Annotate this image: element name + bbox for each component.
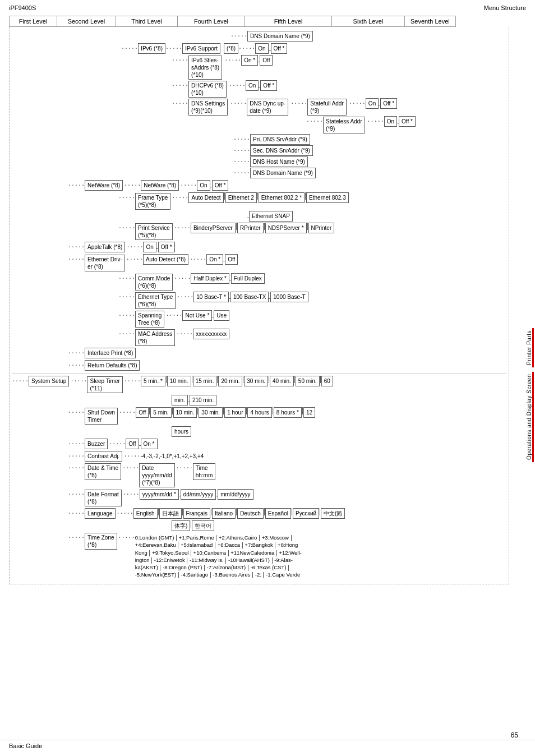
- menu-tree-area: ·····DNS Domain Name (*9) ·····IPv6 (*8)…: [9, 27, 509, 584]
- language-row: ····· Language ····· English 日本語 Françai…: [12, 508, 506, 519]
- date-format: Date Format(*8): [85, 490, 122, 506]
- lang-ru: Русский: [293, 508, 319, 519]
- lang-de: Deutsch: [237, 508, 264, 519]
- dhcpv6-row: ····· DHCPv6 (*8)(*10) ····· On Off *: [121, 80, 506, 98]
- sd-hours: hours: [172, 426, 191, 437]
- page-number: 65: [511, 731, 518, 739]
- eth-1000base: 1000 Base-T: [270, 292, 308, 302]
- mac-value: xxxxxxxxxxx: [193, 329, 229, 339]
- page-footer: Basic Guide: [0, 740, 535, 752]
- frame-snap: Ethernet SNAP: [249, 211, 293, 222]
- col-sixth-level: Sixth Level: [332, 16, 405, 27]
- eth-10base: 10 Base-T *: [193, 292, 229, 302]
- system-setup: System Setup: [29, 376, 69, 386]
- comm-mode-row: ····· Comm.Mode(*6)(*8) ····· Half Duple…: [68, 273, 506, 291]
- dns-domain-bottom: DNS Domain Name (*9): [250, 168, 316, 178]
- dns-settings: DNS Settings(*9)(*10): [188, 99, 228, 116]
- ipv6-on: On: [255, 43, 268, 54]
- dns-domain-name-top: DNS Domain Name (*9): [247, 31, 313, 42]
- df-ymd: yyyy/mm/dd *: [140, 489, 179, 500]
- side-label-operations: Operations and Display Screen: [526, 372, 534, 462]
- ps-rprinter: RPrinter: [237, 223, 264, 233]
- full-duplex: Full Duplex: [231, 273, 265, 284]
- print-service-row: ····· Print Service(*5)(*8) ····· Binder…: [68, 223, 506, 240]
- system-setup-sleep-row: ····· System Setup ····· Sleep Timer(*11…: [12, 376, 506, 393]
- dns-sync-update: DNS Dync up-date (*9): [247, 99, 288, 116]
- lang-ko: 한국어: [192, 520, 214, 531]
- sleep-timer-cont: min. 210 min.: [121, 395, 506, 405]
- ipv6-off: Off *: [271, 43, 288, 54]
- spanning-tree: SpanningTree (*8): [135, 311, 164, 328]
- buzzer-row: ····· Buzzer ····· Off On *: [12, 439, 506, 449]
- sd-1hour: 1 hour: [224, 407, 246, 418]
- sd-10min: 10 min.: [173, 407, 197, 418]
- sleep-40min: 40 min.: [270, 376, 294, 386]
- netware-sub: NetWare (*8): [141, 180, 179, 191]
- appletalk-row: ····· AppleTalk (*8) ····· On Off *: [12, 242, 506, 252]
- df-mdy: mm/dd/yyyy: [218, 489, 253, 500]
- sd-4hours: 4 hours: [247, 407, 271, 418]
- dns-host: DNS Host Name (*9): [250, 156, 308, 167]
- frame-eth8022: Ethernet 802.2 *: [259, 192, 305, 203]
- span-use: Use: [214, 310, 229, 321]
- stateless-off: Off *: [399, 116, 416, 127]
- netware-node: NetWare (*8): [85, 180, 123, 191]
- time-zone-row: ····· Time Zone(*8) ····· 0:London (GMT)…: [12, 533, 506, 579]
- sd-8hours: 8 hours *: [274, 407, 302, 418]
- spanning-tree-row: ····· SpanningTree (*8) ····· Not Use * …: [68, 310, 506, 328]
- shutdown-timer: Shut DownTimer: [85, 408, 118, 425]
- dns-settings-row: ····· DNS Settings(*9)(*10) ····· DNS Dy…: [121, 98, 506, 116]
- ethernet-snap-row: Ethernet SNAP: [186, 211, 506, 222]
- contrast-row: ····· Contrast Adj. ····· -4,-3,-2,-1,0*…: [12, 451, 506, 462]
- side-labels: Printer Parts Operations and Display Scr…: [525, 67, 535, 722]
- at-off: Off *: [158, 242, 175, 252]
- lang-ja: 日本語: [159, 508, 182, 519]
- df-dmy: dd/mm/yyyy: [181, 489, 216, 500]
- auto-detect: Auto Detect (*8): [143, 254, 188, 265]
- stles-off: Off: [260, 55, 273, 66]
- frame-eth2: Ethernet 2: [225, 192, 257, 203]
- ipv6-support-sub: (*8): [224, 43, 238, 54]
- interface-print: Interface Print (*8): [85, 348, 136, 358]
- mac-address-row: ····· MAC Address(*8) ····· xxxxxxxxxxx: [68, 329, 506, 346]
- date-time-row: ····· Date & Time(*8) ····· Dateyyyy/mm/…: [12, 463, 506, 487]
- sleep-30min: 30 min.: [244, 376, 268, 386]
- ps-nprinter: NPrinter: [308, 223, 335, 233]
- mac-address: MAC Address(*8): [135, 329, 175, 346]
- lang-zh: 中文(简: [321, 508, 345, 519]
- lang-zh-cont: 体字): [172, 520, 190, 531]
- dhcpv6: DHCPv6 (*8)(*10): [188, 81, 227, 98]
- ps-bindery: BinderyPServer: [191, 223, 236, 233]
- sleep-10min: 10 min.: [167, 376, 191, 386]
- date-time: Date & Time(*8): [85, 463, 121, 480]
- netware-on: On: [197, 180, 210, 191]
- dhcpv6-on: On: [246, 80, 259, 91]
- auto-off: Off: [225, 254, 238, 265]
- product-name: iPF9400S: [9, 4, 36, 11]
- dns-host-row: ····· DNS Host Name (*9): [121, 156, 506, 167]
- sd-30min: 30 min.: [199, 407, 223, 418]
- ipv6-node: IPv6 (*8): [138, 43, 165, 54]
- col-second-level: Second Level: [57, 16, 116, 27]
- at-on: On: [143, 242, 156, 252]
- stateless-addr: Stateless Addr(*9): [323, 117, 365, 133]
- dhcpv6-off: Off *: [260, 80, 277, 91]
- col-fourth-level: Fourth Level: [178, 16, 245, 27]
- dns-domain-bottom-row: ····· DNS Domain Name (*9): [121, 168, 506, 178]
- sleep-min: min.: [172, 395, 188, 405]
- time-zone-values: 0:London (GMT) +1:Paris,Rome +2:Athens,C…: [135, 534, 302, 579]
- date-format-row: ····· Date Format(*8) ····· yyyy/mm/dd *…: [12, 489, 506, 506]
- frame-auto-detect: Auto Detect: [188, 192, 223, 203]
- statefull-addr: Statefull Addr(*9): [307, 99, 346, 116]
- sd-5min: 5 min.: [150, 407, 171, 418]
- date-sub: Dateyyyy/mm/dd(*7)(*8): [139, 463, 174, 487]
- auto-on: On *: [206, 254, 223, 265]
- language-cont: 体字) 한국어: [121, 520, 506, 531]
- col-fifth-level: Fifth Level: [245, 16, 332, 27]
- interface-print-row: ····· Interface Print (*8): [12, 348, 506, 358]
- sleep-50min: 50 min.: [296, 376, 320, 386]
- language: Language: [85, 508, 116, 519]
- eth-driver: Ethernet Driv-er (*8): [85, 255, 125, 271]
- frame-eth8023: Ethernet 802.3: [306, 192, 349, 203]
- return-defaults: Return Defaults (*8): [85, 360, 140, 371]
